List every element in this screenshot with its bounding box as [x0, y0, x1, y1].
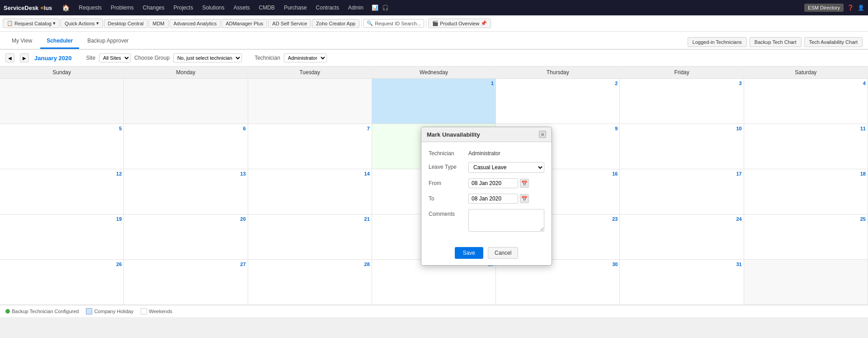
nav-changes[interactable]: Changes	[138, 0, 169, 15]
search-icon: 🔍	[367, 20, 373, 26]
calendar-date: 10	[622, 126, 741, 131]
calendar-cell[interactable]: 5	[0, 124, 124, 169]
tab-scheduler[interactable]: Scheduler	[40, 34, 79, 49]
comments-label: Comments	[429, 209, 465, 217]
technician-select[interactable]: Administrator	[284, 53, 327, 62]
cancel-button[interactable]: Cancel	[488, 247, 518, 259]
calendar-date: 21	[250, 216, 370, 222]
from-calendar-icon[interactable]: 📅	[520, 179, 529, 188]
calendar-cell[interactable]: 19	[0, 214, 124, 260]
request-id-search[interactable]: 🔍 Request ID Search...	[363, 19, 424, 28]
calendar-cell[interactable]: 27	[124, 260, 248, 305]
desktop-central-button[interactable]: Desktop Central	[104, 19, 148, 28]
quick-actions-button[interactable]: Quick Actions ▾	[61, 19, 103, 28]
headset-icon[interactable]: 🎧	[382, 5, 389, 11]
calendar-date: 4	[746, 81, 866, 86]
tech-availability-chart-button[interactable]: Tech Availability Chart	[804, 37, 863, 47]
calendar-cell[interactable]: 24	[620, 214, 744, 260]
technician-label: Technician	[255, 55, 280, 61]
nav-assets[interactable]: Assets	[229, 0, 255, 15]
calendar-cell[interactable]: 4	[744, 79, 868, 124]
day-header-sunday: Sunday	[0, 67, 124, 78]
prev-month-button[interactable]: ◀	[5, 53, 14, 62]
calendar-cell[interactable]: 20	[124, 214, 248, 260]
modal-close-button[interactable]: ✕	[539, 131, 546, 138]
legend-backup-tech: Backup Technician Configured	[5, 309, 79, 314]
calendar-cell[interactable]: 10	[620, 124, 744, 169]
tab-backup-approver[interactable]: Backup Approver	[81, 34, 135, 49]
calendar-cell[interactable]: 13	[124, 169, 248, 214]
request-catalog-button[interactable]: 📋 Request Catalog ▾	[3, 19, 60, 28]
leave-type-select[interactable]: Casual Leave Sick Leave Planned Leave Em…	[468, 162, 544, 173]
next-month-button[interactable]: ▶	[20, 53, 29, 62]
calendar-cell[interactable]: 17	[620, 169, 744, 214]
calendar-cell[interactable]	[0, 79, 124, 124]
modal-title: Mark Unavailability	[427, 131, 480, 138]
quick-actions-arrow-icon: ▾	[96, 20, 99, 26]
calendar-cell[interactable]: 28	[248, 260, 372, 305]
calendar-cell[interactable]: 30	[496, 260, 620, 305]
calendar-cell[interactable]: 26	[0, 260, 124, 305]
calendar-cell[interactable]: 29	[372, 260, 496, 305]
to-calendar-icon[interactable]: 📅	[520, 194, 529, 203]
from-label: From	[429, 178, 465, 186]
nav-admin[interactable]: Admin	[344, 0, 368, 15]
calendar-cell[interactable]: 3	[620, 79, 744, 124]
desktop-central-label: Desktop Central	[108, 21, 144, 26]
calendar-cell[interactable]: 18	[744, 169, 868, 214]
legend-area: Backup Technician Configured Company Hol…	[0, 305, 868, 317]
zoho-creator-button[interactable]: Zoho Creator App	[312, 19, 359, 28]
admanager-button[interactable]: ADManager Plus	[222, 19, 267, 28]
calendar-cell[interactable]: 21	[248, 214, 372, 260]
mdm-button[interactable]: MDM	[148, 19, 168, 28]
nav-purchase[interactable]: Purchase	[279, 0, 311, 15]
to-date-field[interactable]	[468, 194, 518, 204]
day-header-monday: Monday	[124, 67, 248, 78]
user-icon[interactable]: 👤	[858, 5, 864, 11]
calendar-cell[interactable]: 25	[744, 214, 868, 260]
nav-problems[interactable]: Problems	[106, 0, 138, 15]
backup-tech-chart-button[interactable]: Backup Tech Chart	[750, 37, 802, 47]
calendar-cell[interactable]: 31	[620, 260, 744, 305]
site-select[interactable]: All Sites	[99, 53, 131, 62]
group-select[interactable]: No, just select technician	[173, 53, 242, 62]
nav-requests[interactable]: Requests	[74, 0, 106, 15]
calendar-cell[interactable]: 12	[0, 169, 124, 214]
month-title: January 2020	[34, 55, 71, 62]
nav-solutions[interactable]: Solutions	[198, 0, 229, 15]
legend-company-holiday: Company Holiday	[86, 308, 133, 314]
calendar-cell[interactable]: 6	[124, 124, 248, 169]
calendar-date: 6	[126, 126, 245, 131]
group-label: Choose Group	[134, 55, 170, 61]
home-icon[interactable]: 🏠	[62, 4, 70, 11]
calendar-cell[interactable]	[248, 79, 372, 124]
modal-header: Mark Unavailability ✕	[421, 127, 552, 142]
calendar-date: 17	[622, 171, 741, 176]
advanced-analytics-button[interactable]: Advanced Analytics	[170, 19, 221, 28]
chart-icon[interactable]: 📊	[372, 5, 378, 11]
day-header-tuesday: Tuesday	[248, 67, 372, 78]
ad-self-service-button[interactable]: AD Self Service	[268, 19, 311, 28]
calendar-cell[interactable]	[124, 79, 248, 124]
calendar-cell[interactable]: 14	[248, 169, 372, 214]
calendar-cell[interactable]	[744, 260, 868, 305]
page-container: ServiceDesk +lus 🏠 Requests Problems Cha…	[0, 0, 868, 338]
tab-my-view[interactable]: My View	[5, 34, 38, 49]
from-date-field[interactable]	[468, 178, 518, 188]
calendar-cell[interactable]: 1	[372, 79, 496, 124]
help-icon[interactable]: ❓	[847, 5, 854, 11]
calendar-date: 13	[126, 171, 245, 176]
product-overview-button[interactable]: 🎬 Product Overview 📌	[428, 19, 491, 28]
calendar-cell[interactable]: 11	[744, 124, 868, 169]
save-button[interactable]: Save	[455, 247, 483, 259]
esm-directory-button[interactable]: ESM Directory	[804, 4, 844, 12]
nav-contracts[interactable]: Contracts	[311, 0, 344, 15]
calendar-cell[interactable]: 7	[248, 124, 372, 169]
brand-plus: +	[40, 5, 44, 11]
legend-weekends-label: Weekends	[149, 309, 172, 314]
logged-in-technicians-button[interactable]: Logged-in Technicians	[688, 37, 747, 47]
nav-projects[interactable]: Projects	[169, 0, 198, 15]
comments-textarea[interactable]	[468, 209, 544, 232]
nav-cmdb[interactable]: CMDB	[255, 0, 279, 15]
calendar-cell[interactable]: 2	[496, 79, 620, 124]
